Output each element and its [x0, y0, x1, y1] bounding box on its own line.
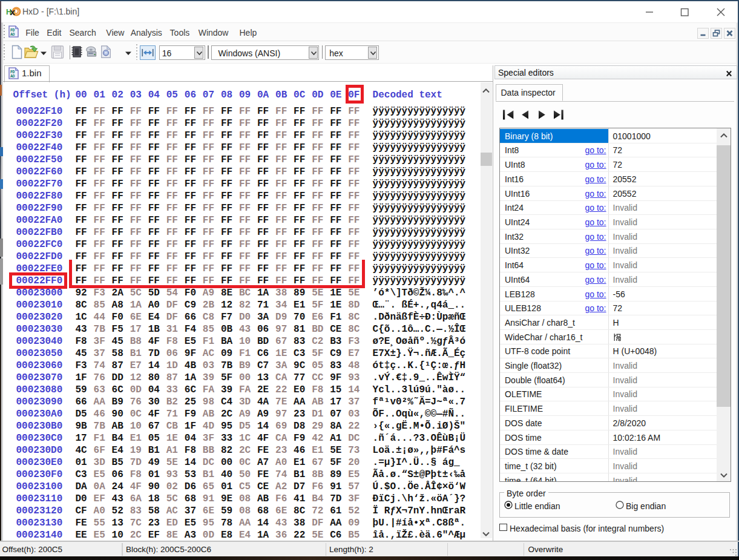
- svg-text:FD: FD: [10, 28, 15, 33]
- svg-text:AO: AO: [10, 33, 15, 37]
- svg-text:FD: FD: [10, 70, 15, 74]
- svg-text:AO: AO: [10, 74, 15, 79]
- svg-text:x: x: [10, 7, 16, 17]
